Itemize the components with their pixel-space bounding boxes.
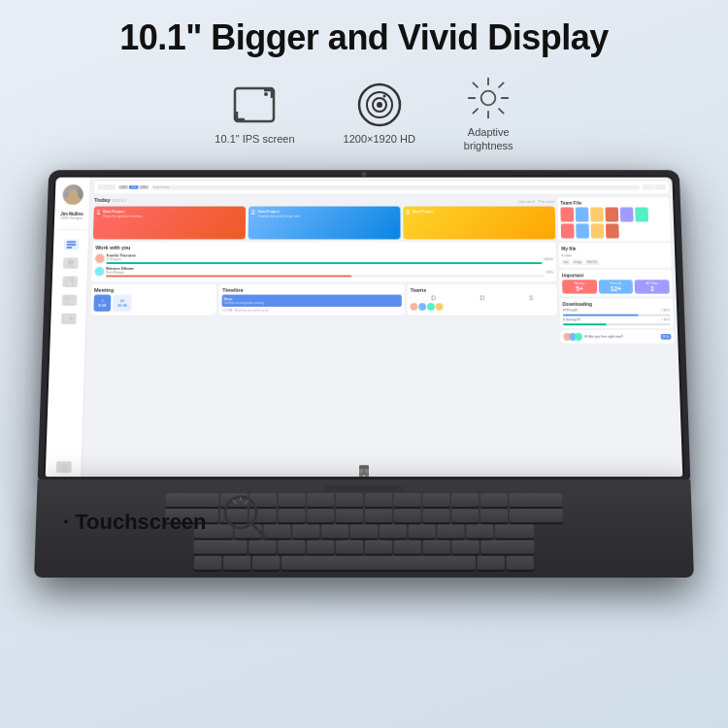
- kbd-n: [394, 540, 421, 553]
- my-file-title: My file: [561, 246, 668, 251]
- kbd-ctrl-l: [194, 555, 221, 569]
- tasks-area: Today 2018.9.1 Last week This week 1 New…: [93, 197, 556, 239]
- kbd-e: [279, 509, 306, 522]
- feature-ips-screen: 10.1" IPS screen: [215, 83, 294, 146]
- camera-dot: [362, 172, 367, 177]
- work-person-1: Estella Thurston UI Designer 100%: [95, 252, 553, 263]
- feature-brightness: Adaptive brightness: [464, 76, 513, 153]
- kbd-u: [394, 509, 421, 522]
- kbd-fn: [223, 555, 250, 569]
- file-blue-2: [576, 223, 589, 238]
- sidebar-user-role: UI/UX Designer: [60, 216, 83, 220]
- svg-rect-17: [66, 243, 76, 245]
- sidebar-item-team[interactable]: [62, 257, 78, 268]
- kbd-shift-r: [481, 540, 535, 553]
- important-title: Important: [562, 272, 669, 278]
- file-green: [635, 207, 648, 221]
- svg-point-7: [481, 91, 496, 106]
- hand-touch-icon: [219, 491, 273, 553]
- today-label: Today 2018.9.1: [94, 197, 126, 203]
- kbd-backspace: [510, 493, 563, 507]
- svg-rect-28: [359, 469, 363, 473]
- work-panel-title: Work with you: [95, 245, 552, 250]
- file-yellow: [590, 207, 604, 221]
- task-card-3: 3 New Project: [403, 206, 555, 239]
- kbd-f: [321, 524, 348, 538]
- file-purple: [620, 207, 634, 221]
- kbd-o: [451, 509, 479, 522]
- sun-icon: [466, 76, 511, 120]
- features-row: 10.1" IPS screen 1200×1920 HD: [0, 66, 728, 159]
- brightness-label: Adaptive brightness: [464, 125, 513, 153]
- file-pdf-2: [561, 223, 575, 238]
- screen-main: 9.0 9.1 9.2 Search tasks...: [82, 177, 682, 476]
- touchscreen-label: · Touchscreen: [63, 491, 273, 553]
- avatar: [62, 184, 83, 205]
- kbd-5: [336, 493, 363, 507]
- kbd-v: [336, 540, 363, 553]
- svg-point-26: [61, 465, 65, 469]
- svg-line-14: [499, 83, 504, 87]
- touchscreen-text: · Touchscreen: [63, 510, 207, 535]
- svg-rect-20: [65, 277, 73, 286]
- sidebar-item-plan[interactable]: [61, 294, 77, 305]
- screen-ui: Jim Mullins UI/UX Designer: [46, 177, 683, 476]
- sidebar-item-wallet[interactable]: [60, 313, 76, 324]
- svg-rect-0: [235, 88, 274, 121]
- sidebar-user-name: Jim Mullins: [60, 212, 83, 216]
- screen-corners-icon: [232, 83, 277, 127]
- kbd-3: [279, 493, 306, 507]
- feature-hd: 1200×1920 HD: [344, 83, 415, 146]
- kbd-d: [292, 524, 319, 538]
- tablet-outer: Jim Mullins UI/UX Designer: [38, 170, 691, 481]
- kbd-k: [438, 524, 465, 538]
- task-card-1: 1 New Project Design the application int…: [93, 206, 246, 239]
- trackpad: [325, 485, 402, 491]
- file-red: [605, 207, 618, 221]
- svg-point-1: [264, 92, 268, 96]
- work-with-you-panel: Work with you Estella Thurston UI Design…: [91, 242, 556, 281]
- kbd-h: [380, 524, 407, 538]
- kbd-p: [480, 509, 508, 522]
- sidebar-item-setting[interactable]: [55, 461, 71, 473]
- downloading-title: Downloading: [563, 301, 671, 307]
- svg-rect-18: [66, 246, 72, 248]
- kbd-enter: [510, 509, 563, 522]
- file-red-2: [606, 223, 619, 238]
- kbd-i: [423, 509, 450, 522]
- svg-line-15: [474, 109, 479, 114]
- ips-screen-label: 10.1" IPS screen: [215, 132, 294, 146]
- kbd-ctrl-r: [507, 555, 534, 569]
- kbd-8: [422, 493, 449, 507]
- device-container: Jim Mullins UI/UX Designer: [34, 159, 694, 578]
- kbd-j: [409, 524, 436, 538]
- kbd-7: [394, 493, 421, 507]
- task-cards: 1 New Project Design the application int…: [93, 206, 556, 239]
- kbd-r: [307, 509, 334, 522]
- svg-line-12: [474, 83, 479, 87]
- sidebar-item-works[interactable]: [63, 239, 79, 249]
- kbd-g: [350, 524, 378, 538]
- team-files-title: Team File: [560, 200, 666, 206]
- screen-topbar: 9.0 9.1 9.2 Search tasks...: [94, 181, 669, 193]
- kbd-b: [365, 540, 392, 553]
- svg-rect-29: [364, 469, 368, 473]
- kbd-space: [281, 555, 476, 569]
- kbd-6: [365, 493, 392, 507]
- sidebar-item-file[interactable]: [62, 276, 78, 286]
- kbd-c: [307, 540, 334, 553]
- windows-logo: [359, 465, 369, 475]
- svg-point-6: [382, 95, 385, 98]
- task-card-2: 2 New Project Complete last week's desig…: [248, 206, 401, 239]
- kbd-alt-l: [252, 555, 280, 569]
- svg-rect-31: [364, 474, 368, 476]
- page-title: 10.1" Bigger and Vivid Display: [19, 17, 709, 58]
- kbd-x: [278, 540, 305, 553]
- hd-label: 1200×1920 HD: [344, 132, 415, 146]
- svg-point-5: [377, 102, 382, 108]
- right-column: Team File: [557, 197, 674, 343]
- kbd-l: [466, 524, 493, 538]
- file-yellow-2: [591, 223, 605, 238]
- kbd-t: [336, 509, 363, 522]
- file-blue: [576, 207, 589, 221]
